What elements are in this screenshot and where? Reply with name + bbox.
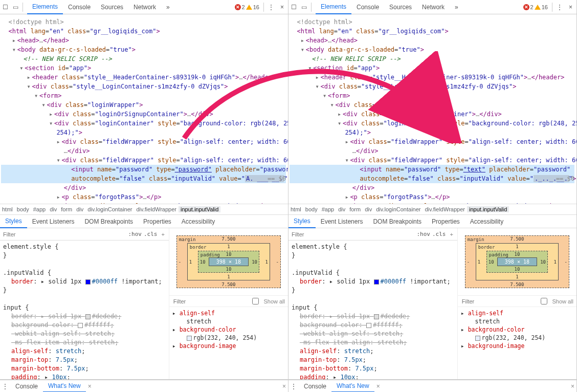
error-badge[interactable]: ✕2: [523, 4, 534, 10]
hov-toggle[interactable]: :hov: [416, 231, 430, 237]
crumb-html[interactable]: html: [0, 206, 15, 212]
show-all-label: Show all: [552, 298, 573, 304]
top-toolbar: ☐ ▭ Elements Console Sources Network » ✕…: [288, 0, 576, 14]
drawer-menu-icon[interactable]: ⋮: [0, 383, 10, 390]
drawer-tab-whatsnew[interactable]: What's New: [43, 380, 86, 393]
subtab-props[interactable]: Properties: [138, 215, 176, 228]
new-rule-button[interactable]: +: [159, 231, 166, 237]
hov-toggle[interactable]: :hov: [128, 231, 142, 237]
computed-list[interactable]: ▸ align-self stretch ▸ background-color …: [169, 307, 288, 379]
inspect-icon[interactable]: ☐: [288, 4, 299, 11]
device-icon[interactable]: ▭: [299, 4, 309, 11]
show-all-label: Show all: [263, 298, 285, 304]
crumb-input[interactable]: input.inputValid: [179, 206, 220, 212]
box-model[interactable]: margin 7.500 7.500 -- border 1 1 1 1: [458, 228, 576, 296]
inspect-icon[interactable]: ☐: [0, 4, 10, 11]
crumb-login[interactable]: div.loginContainer: [85, 206, 134, 212]
drawer-close-icon[interactable]: ×: [280, 383, 288, 390]
tab-more[interactable]: »: [450, 1, 463, 14]
subtab-dombp[interactable]: DOM Breakpoints: [368, 215, 427, 228]
computed-panel: margin 7.500 7.500 -- border 1 1 1 1: [169, 228, 288, 379]
drawer-tab-whatsnew[interactable]: What's New: [331, 380, 374, 393]
subtab-event[interactable]: Event Listeners: [27, 215, 80, 228]
styles-panel: :hov .cls + element.style { } .inputVali…: [0, 228, 169, 379]
subtab-dombp[interactable]: DOM Breakpoints: [79, 215, 138, 228]
drawer-tab-console[interactable]: Console: [10, 381, 43, 392]
crumb-app[interactable]: #app: [31, 206, 48, 212]
tab-console[interactable]: Console: [63, 1, 96, 14]
subtab-props[interactable]: Properties: [427, 215, 465, 228]
subtab-event[interactable]: Event Listeners: [316, 215, 368, 228]
menu-icon[interactable]: ⋮: [266, 4, 276, 11]
drawer: ⋮ Console What's New × ×: [0, 380, 288, 392]
warning-badge[interactable]: 16: [246, 4, 259, 10]
subtab-a11y[interactable]: Accessibility: [465, 215, 508, 228]
tab-sources[interactable]: Sources: [384, 1, 417, 14]
crumb-div2[interactable]: div: [74, 206, 85, 212]
tab-more[interactable]: »: [161, 1, 175, 14]
drawer-tab-close-icon[interactable]: ×: [86, 383, 94, 390]
computed-filter-input[interactable]: [461, 298, 536, 305]
show-all-checkbox[interactable]: [252, 298, 259, 304]
tab-network[interactable]: Network: [417, 1, 450, 14]
drawer-close-icon[interactable]: ×: [569, 383, 576, 390]
devtools-pane-left: ☐ ▭ Elements Console Sources Network » ✕…: [0, 0, 288, 392]
drawer-tab-console[interactable]: Console: [299, 381, 331, 392]
error-badge[interactable]: ✕2: [235, 4, 245, 10]
dom-tree[interactable]: <!doctype html> <html lang="en" class="g…: [288, 14, 576, 204]
drawer-tab-close-icon[interactable]: ×: [374, 383, 382, 390]
selected-dom-node[interactable]: <input name="password" type="password" p…: [1, 165, 286, 174]
css-rules[interactable]: element.style { } .inputValid { border: …: [0, 241, 169, 379]
tab-sources[interactable]: Sources: [96, 1, 128, 14]
subtab-a11y[interactable]: Accessibility: [176, 215, 220, 228]
styles-filter-input[interactable]: [291, 231, 414, 238]
breadcrumb[interactable]: html body #app div form div div.loginCon…: [288, 204, 576, 215]
tab-elements[interactable]: Elements: [316, 0, 351, 14]
drawer-menu-icon[interactable]: ⋮: [288, 383, 299, 390]
styles-tabs: Styles Event Listeners DOM Breakpoints P…: [0, 215, 288, 228]
crumb-div[interactable]: div: [48, 206, 59, 212]
top-toolbar: ☐ ▭ Elements Console Sources Network » ✕…: [0, 0, 288, 14]
menu-icon[interactable]: ⋮: [554, 4, 565, 11]
subtab-styles[interactable]: Styles: [0, 215, 27, 228]
computed-filter-input[interactable]: [172, 298, 248, 305]
selected-dom-node[interactable]: <input name="password" type="text" place…: [290, 165, 574, 174]
crumb-body[interactable]: body: [15, 206, 31, 212]
close-icon[interactable]: ×: [565, 4, 576, 11]
cls-toggle[interactable]: .cls: [144, 231, 158, 237]
breadcrumb[interactable]: html body #app div form div div.loginCon…: [0, 204, 288, 215]
crumb-form[interactable]: form: [59, 206, 74, 212]
tab-console[interactable]: Console: [351, 1, 384, 14]
warning-badge[interactable]: 16: [535, 4, 548, 10]
devtools-pane-right: ☐ ▭ Elements Console Sources Network » ✕…: [288, 0, 577, 392]
main-tabs: Elements Console Sources Network »: [25, 0, 175, 14]
computed-list[interactable]: ▸ align-self stretch ▸ background-color …: [458, 307, 576, 379]
css-rules[interactable]: element.style { } .inputValid { border: …: [288, 241, 457, 379]
subtab-styles[interactable]: Styles: [288, 215, 316, 228]
device-icon[interactable]: ▭: [10, 4, 20, 11]
styles-filter-input[interactable]: [2, 231, 126, 238]
new-rule-button[interactable]: +: [448, 231, 455, 237]
crumb-field[interactable]: div.fieldWrapper: [135, 206, 179, 212]
cls-toggle[interactable]: .cls: [432, 231, 446, 237]
show-all-checkbox[interactable]: [541, 298, 547, 304]
tab-network[interactable]: Network: [128, 1, 161, 14]
dom-tree[interactable]: <!doctype html> <html lang="en" class="g…: [0, 14, 288, 204]
close-icon[interactable]: ×: [276, 4, 288, 11]
tab-elements[interactable]: Elements: [27, 0, 63, 14]
box-model[interactable]: margin 7.500 7.500 -- border 1 1 1 1: [169, 228, 288, 296]
